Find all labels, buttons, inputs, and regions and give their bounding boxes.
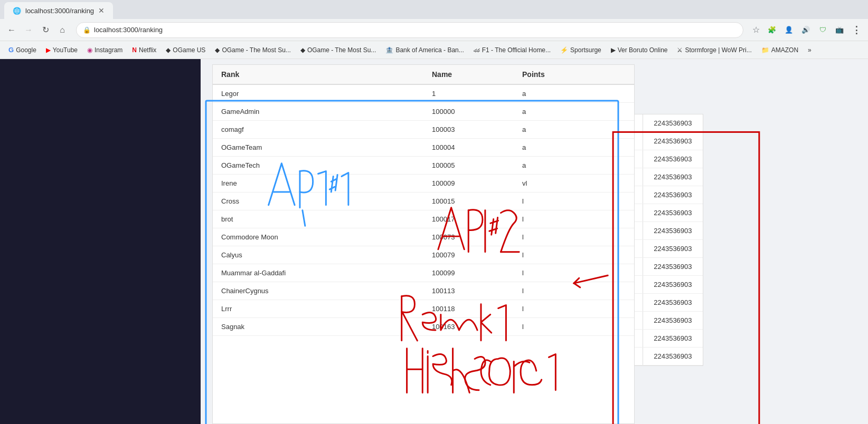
extra2-cell: 2243536903 (643, 294, 703, 312)
rank-cell: OGameTeam (213, 139, 423, 157)
bookmark-ogame1[interactable]: ◆ OGame - The Most Su... (211, 44, 295, 56)
tab-title: localhost:3000/ranking (25, 7, 94, 15)
bookmark-button[interactable]: ☆ (750, 24, 762, 36)
rank-cell: comagf (213, 121, 423, 139)
extra2-cell: 2243536903 (643, 312, 703, 330)
profile-button[interactable]: 👤 (781, 23, 796, 37)
extra2-cell: 2243536903 (643, 330, 703, 348)
boa-icon: 🏦 (385, 46, 393, 54)
active-tab[interactable]: 🌐 localhost:3000/ranking ✕ (4, 2, 113, 19)
letter-cell: a (514, 84, 634, 103)
table-row: Lrrr 100118 l (213, 300, 634, 318)
letter-cell: l (514, 210, 634, 228)
forward-button[interactable]: → (21, 23, 36, 37)
rank-cell: Legor (213, 84, 423, 103)
rank-cell: Calyus (213, 246, 423, 264)
extra2-cell: 2243536903 (643, 240, 703, 258)
id-cell: 100073 (423, 228, 514, 246)
rank-cell: OGameTech (213, 157, 423, 175)
more-bookmarks-icon: » (808, 46, 812, 54)
points-header: Points (514, 65, 634, 84)
vpn-button[interactable]: 🛡 (815, 23, 830, 37)
bookmark-label: AMAZON (771, 46, 798, 54)
extensions-button[interactable]: 🧩 (765, 23, 779, 37)
letter-cell: l (514, 228, 634, 246)
bookmark-instagram[interactable]: ◉ Instagram (83, 44, 127, 56)
table-row: brot 100017 l (213, 210, 634, 228)
extra2-cell: 2243536903 (643, 168, 703, 186)
boruto-icon: ▶ (611, 46, 616, 54)
table-row: Irene 100009 vl (213, 175, 634, 192)
bookmark-sportsurge[interactable]: ⚡ Sportsurge (556, 44, 606, 56)
rank-cell: brot (213, 210, 423, 228)
address-bar[interactable]: 🔒 localhost:3000/ranking (76, 22, 743, 38)
tab-close-icon[interactable]: ✕ (98, 6, 105, 15)
letter-cell: l (514, 282, 634, 300)
letter-cell: l (514, 318, 634, 336)
bookmark-f1[interactable]: 🏎 F1 - The Official Home... (469, 44, 555, 56)
bookmark-netflix[interactable]: N Netflix (128, 44, 161, 56)
bookmark-label: F1 - The Official Home... (482, 46, 551, 54)
url-text: localhost:3000/ranking (94, 26, 737, 34)
table-row: Commodore Moon 100073 l (213, 228, 634, 246)
bookmark-google[interactable]: G Google (4, 44, 41, 56)
name-header: Name (423, 65, 514, 84)
rank-cell: Cross (213, 192, 423, 210)
extra2-cell: 2243536903 (643, 258, 703, 276)
id-cell: 100004 (423, 139, 514, 157)
google-icon: G (8, 46, 14, 54)
table-row: OGameTeam 100004 a (213, 139, 634, 157)
nav-bar: ← → ↻ ⌂ 🔒 localhost:3000/ranking ☆ 🧩 👤 🔊… (0, 19, 868, 41)
reload-button[interactable]: ↻ (38, 23, 53, 37)
bookmark-more[interactable]: » (804, 44, 816, 56)
stormforge-icon: ⚔ (677, 46, 683, 54)
letter-cell: a (514, 139, 634, 157)
bookmark-label: Stormforge | WoW Pri... (685, 46, 751, 54)
bookmark-youtube[interactable]: ▶ YouTube (42, 44, 82, 56)
back-button[interactable]: ← (4, 23, 19, 37)
id-cell: 100118 (423, 300, 514, 318)
id-cell: 100099 (423, 264, 514, 282)
menu-button[interactable]: ⋮ (849, 23, 864, 37)
id-cell: 100003 (423, 121, 514, 139)
table-row: Muammar al-Gaddafi 100099 l (213, 264, 634, 282)
table-row: OGameTech 100005 a (213, 157, 634, 175)
table-row: ChainerCygnus 100113 l (213, 282, 634, 300)
extra2-cell: 2243536903 (643, 348, 703, 365)
bookmark-label: OGame - The Most Su... (222, 46, 291, 54)
rank-cell: Lrrr (213, 300, 423, 318)
extra2-cell: 2243536903 (643, 186, 703, 204)
id-cell: 100079 (423, 246, 514, 264)
letter-cell: a (514, 121, 634, 139)
instagram-icon: ◉ (87, 46, 92, 54)
home-button[interactable]: ⌂ (55, 23, 70, 37)
cast-button[interactable]: 📺 (832, 23, 847, 37)
bookmark-stormforge[interactable]: ⚔ Stormforge | WoW Pri... (673, 44, 756, 56)
bookmark-ogame2[interactable]: ◆ OGame - The Most Su... (296, 44, 381, 56)
rank-cell: Muammar al-Gaddafi (213, 264, 423, 282)
security-icon: 🔒 (83, 26, 91, 34)
id-cell: 100000 (423, 103, 514, 121)
tab-favicon: 🌐 (13, 7, 21, 15)
bookmark-label: Netflix (139, 46, 156, 54)
sportsurge-icon: ⚡ (560, 46, 568, 54)
letter-cell: a (514, 103, 634, 121)
bookmark-amazon[interactable]: 📁 AMAZON (757, 44, 803, 56)
table-row: Calyus 100079 l (213, 246, 634, 264)
dark-background (0, 59, 201, 424)
bookmark-ogame-us[interactable]: ◆ OGame US (162, 44, 210, 56)
letter-cell: l (514, 192, 634, 210)
rank-header: Rank (213, 65, 423, 84)
rank-cell: Commodore Moon (213, 228, 423, 246)
bookmark-boa[interactable]: 🏦 Bank of America - Ban... (381, 44, 468, 56)
table-row: Legor 1 a (213, 84, 634, 103)
letter-cell: l (514, 264, 634, 282)
letter-cell: vl (514, 175, 634, 192)
bookmark-boruto[interactable]: ▶ Ver Boruto Online (607, 44, 672, 56)
youtube-icon: ▶ (46, 46, 51, 54)
netflix-icon: N (132, 46, 137, 54)
extra2-cell: 2243536903 (643, 276, 703, 294)
extra2-cell: 2243536903 (643, 222, 703, 240)
letter-cell: a (514, 157, 634, 175)
sound-button[interactable]: 🔊 (798, 23, 813, 37)
